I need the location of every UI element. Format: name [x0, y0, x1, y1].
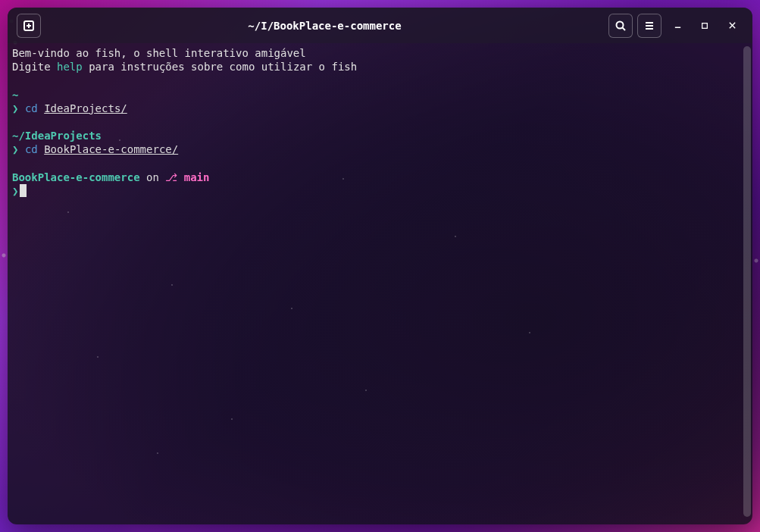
svg-line-4: [623, 27, 626, 30]
menu-button[interactable]: [637, 14, 661, 38]
directory-arg: IdeaProjects/: [44, 102, 127, 114]
close-button[interactable]: [721, 14, 743, 37]
welcome-line-2: Digite help para instruções sobre como u…: [12, 60, 748, 74]
blank-line: [12, 115, 748, 129]
terminal-window: ~/I/BookPlace-e-commerce: [8, 8, 752, 524]
titlebar: ~/I/BookPlace-e-commerce: [8, 8, 752, 43]
prompt-arrow: ❯: [12, 185, 18, 197]
path: ~/IdeaProjects: [12, 130, 102, 142]
cd-command: cd: [25, 143, 38, 155]
window-title: ~/I/BookPlace-e-commerce: [45, 20, 604, 32]
prompt-path-1: ~: [12, 88, 748, 102]
git-branch-icon: ⎇: [165, 171, 177, 183]
welcome-line-1: Bem-vindo ao fish, o shell interativo am…: [12, 46, 748, 60]
on-text: on: [140, 171, 166, 183]
blank-line: [12, 74, 748, 87]
search-button[interactable]: [608, 14, 633, 38]
blank-line: [12, 157, 748, 171]
help-keyword: help: [57, 61, 83, 73]
text: para instruções sobre como utilizar o fi…: [83, 61, 357, 73]
search-icon: [615, 20, 627, 32]
minimize-button[interactable]: [666, 14, 689, 37]
current-prompt: ❯: [12, 184, 748, 198]
cursor: [20, 184, 27, 197]
maximize-button[interactable]: [693, 14, 716, 37]
close-icon: [728, 21, 737, 30]
prompt-arrow: ❯: [12, 143, 18, 155]
svg-rect-9: [702, 23, 708, 28]
command-line-1: ❯ cd IdeaProjects/: [12, 102, 748, 115]
command-line-2: ❯ cd BookPlace-e-commerce/: [12, 142, 748, 156]
hamburger-icon: [643, 20, 655, 32]
terminal-body[interactable]: Bem-vindo ao fish, o shell interativo am…: [8, 43, 752, 524]
directory-arg: BookPlace-e-commerce/: [44, 143, 178, 155]
prompt-arrow: ❯: [12, 102, 18, 114]
prompt-path-3: BookPlace-e-commerce on ⎇ main: [12, 171, 748, 184]
maximize-icon: [701, 22, 708, 30]
new-tab-button[interactable]: [17, 14, 41, 38]
scrollbar[interactable]: [743, 46, 751, 517]
text: Digite: [12, 61, 57, 73]
path: ~: [12, 89, 18, 101]
prompt-path-2: ~/IdeaProjects: [12, 129, 748, 142]
plus-icon: [23, 20, 35, 32]
cd-command: cd: [25, 102, 38, 114]
branch-name: main: [177, 171, 209, 183]
svg-point-3: [617, 21, 624, 28]
minimize-icon: [674, 21, 682, 30]
project-name: BookPlace-e-commerce: [12, 171, 140, 183]
